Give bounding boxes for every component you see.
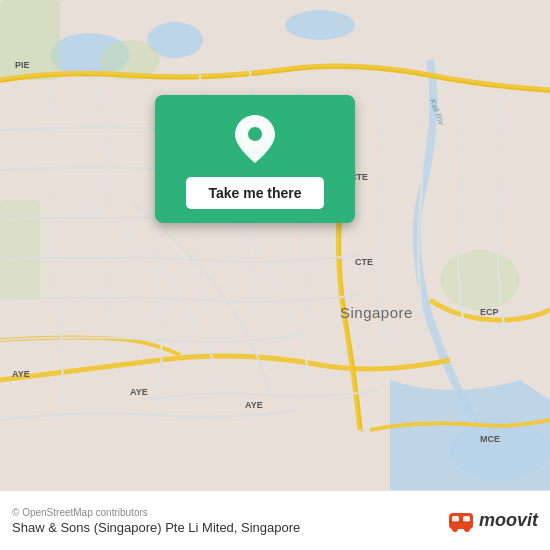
moovit-icon [447,507,475,535]
location-name: Shaw & Sons (Singapore) Pte Li Mited, Si… [12,520,300,535]
svg-point-4 [450,420,550,480]
svg-text:AYE: AYE [245,400,263,410]
navigation-card: Take me there [155,95,355,223]
svg-point-22 [452,526,458,532]
svg-text:MCE: MCE [480,434,500,444]
svg-text:PIE: PIE [15,60,30,70]
svg-rect-26 [449,521,473,523]
take-me-there-button[interactable]: Take me there [186,177,323,209]
bottom-bar: © OpenStreetMap contributors Shaw & Sons… [0,490,550,550]
bottom-info: © OpenStreetMap contributors Shaw & Sons… [12,507,300,535]
location-pin-icon [229,113,281,165]
svg-rect-7 [0,200,40,300]
copyright-text: © OpenStreetMap contributors [12,507,300,518]
svg-text:Singapore: Singapore [340,304,413,321]
moovit-label: moovit [479,510,538,531]
svg-point-3 [285,10,355,40]
map-container: CTE CTE PIE AYE AYE AYE ECP MCE Kali Riv… [0,0,550,490]
svg-point-23 [464,526,470,532]
svg-point-8 [440,250,520,310]
moovit-logo: moovit [447,507,538,535]
svg-text:AYE: AYE [12,369,30,379]
svg-rect-5 [0,0,60,80]
svg-text:ECP: ECP [480,307,499,317]
svg-text:CTE: CTE [355,257,373,267]
svg-point-19 [248,127,262,141]
svg-text:AYE: AYE [130,387,148,397]
